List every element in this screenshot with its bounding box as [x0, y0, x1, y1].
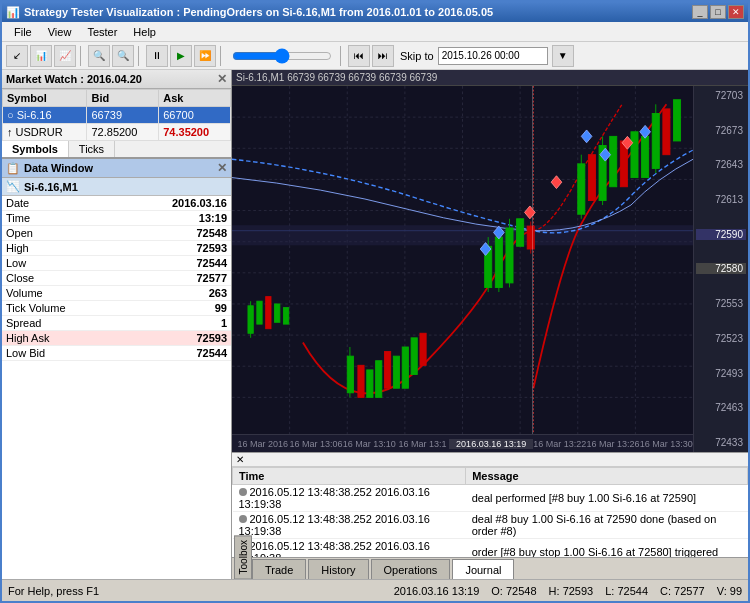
bid-1: 66739 — [87, 107, 159, 124]
svg-rect-35 — [411, 338, 417, 375]
menu-bar: File View Tester Help — [2, 22, 748, 42]
svg-rect-55 — [642, 136, 649, 177]
log-message: deal #8 buy 1.00 Si-6.16 at 72590 done (… — [466, 512, 748, 539]
market-watch-row-1[interactable]: ○ Si-6.16 66739 66700 — [3, 107, 231, 124]
tab-operations[interactable]: Operations — [371, 559, 451, 579]
skip-go-button[interactable]: ▼ — [552, 45, 574, 67]
data-window-title: Data Window — [24, 162, 93, 174]
toolbar-btn-3[interactable]: 📈 — [54, 45, 76, 67]
market-watch-row-2[interactable]: ↑ USDRUR 72.85200 74.35200 — [3, 124, 231, 141]
svg-rect-23 — [257, 301, 262, 324]
left-panel: Market Watch : 2016.04.20 ✕ Symbol Bid A… — [2, 70, 232, 579]
title-bar-text: 📊 Strategy Tester Visualization : Pendin… — [6, 6, 493, 19]
middle-section: Market Watch : 2016.04.20 ✕ Symbol Bid A… — [2, 70, 748, 579]
svg-rect-24 — [266, 297, 271, 329]
chart-svg — [232, 86, 693, 434]
time-2: 16 Mar 13:06 — [289, 439, 342, 449]
toolbar-btn-1[interactable]: ↙ — [6, 45, 28, 67]
toolbox-label[interactable]: Toolbox — [234, 535, 252, 579]
field-label: Date — [2, 196, 120, 211]
price-72433: 72433 — [696, 437, 746, 448]
fast-forward-button[interactable]: ⏩ — [194, 45, 216, 67]
pause-button[interactable]: ⏸ — [146, 45, 168, 67]
app-icon: 📊 — [6, 6, 20, 19]
data-window-subtitle: 📉 Si-6.16,M1 — [2, 178, 231, 196]
chart-header: Si-6.16,M1 66739 66739 66739 66739 66739 — [232, 70, 748, 86]
tab-journal[interactable]: Journal — [452, 559, 514, 579]
time-3: 16 Mar 13:10 — [343, 439, 396, 449]
maximize-button[interactable]: □ — [710, 5, 726, 19]
col-message: Message — [466, 468, 748, 485]
status-right: 2016.03.16 13:19 O: 72548 H: 72593 L: 72… — [394, 585, 742, 597]
prev-button[interactable]: ⏮ — [348, 45, 370, 67]
tab-ticks[interactable]: Ticks — [69, 141, 115, 157]
field-value: 263 — [120, 286, 231, 301]
status-help: For Help, press F1 — [8, 585, 99, 597]
data-window-row: Date2016.03.16 — [2, 196, 231, 211]
close-button[interactable]: ✕ — [728, 5, 744, 19]
time-6: 16 Mar 13:22 — [533, 439, 586, 449]
field-value: 72544 — [120, 346, 231, 361]
col-symbol: Symbol — [3, 90, 87, 107]
log-area: ✕ Time Message 2016.05.12 13:48:38.252 2… — [232, 452, 748, 557]
log-table-header: Time Message — [233, 468, 748, 485]
toolbar-btn-2[interactable]: 📊 — [30, 45, 52, 67]
log-tabs: Toolbox Trade History Operations Journal — [232, 557, 748, 579]
col-time: Time — [233, 468, 466, 485]
tab-history[interactable]: History — [308, 559, 368, 579]
symbol-2: ↑ USDRUR — [3, 124, 87, 141]
toolbar-separator-2 — [138, 46, 142, 66]
price-72553: 72553 — [696, 298, 746, 309]
status-date: 2016.03.16 13:19 — [394, 585, 480, 597]
data-window-row: Tick Volume99 — [2, 301, 231, 316]
menu-view[interactable]: View — [40, 24, 80, 40]
field-value: 1 — [120, 316, 231, 331]
svg-rect-29 — [358, 365, 364, 397]
log-time1: 2016.05.12 13:48:38.252 2016.03.16 13:19… — [233, 512, 466, 539]
tab-symbols[interactable]: Symbols — [2, 141, 69, 157]
svg-rect-52 — [610, 136, 617, 186]
zoom-in-button[interactable]: 🔍 — [88, 45, 110, 67]
price-72643: 72643 — [696, 159, 746, 170]
log-message: deal performed [#8 buy 1.00 Si-6.16 at 7… — [466, 485, 748, 512]
field-label: Low — [2, 256, 120, 271]
time-4: 16 Mar 13:1 — [396, 439, 449, 449]
menu-help[interactable]: Help — [125, 24, 164, 40]
log-table-body: 2016.05.12 13:48:38.252 2016.03.16 13:19… — [233, 485, 748, 566]
chart-area[interactable]: Si-6.16,M1 66739 66739 66739 66739 66739 — [232, 70, 748, 452]
svg-rect-54 — [631, 132, 638, 178]
svg-rect-43 — [517, 219, 524, 246]
data-window-symbol: Si-6.16,M1 — [24, 181, 78, 193]
play-button[interactable]: ▶ — [170, 45, 192, 67]
log-dot — [239, 515, 247, 523]
time-5: 2016.03.16 13:19 — [449, 439, 533, 449]
data-window-row: Open72548 — [2, 226, 231, 241]
data-window-close[interactable]: ✕ — [217, 161, 227, 175]
field-value: 72593 — [120, 241, 231, 256]
field-value: 72577 — [120, 271, 231, 286]
zoom-out-button[interactable]: 🔍 — [112, 45, 134, 67]
svg-rect-59 — [673, 100, 680, 141]
toolbar-separator-4 — [340, 46, 344, 66]
status-bar: For Help, press F1 2016.03.16 13:19 O: 7… — [2, 579, 748, 601]
toolbar-separator-3 — [220, 46, 224, 66]
svg-rect-25 — [275, 304, 280, 322]
col-ask: Ask — [159, 90, 231, 107]
next-button[interactable]: ⏭ — [372, 45, 394, 67]
time-7: 16 Mar 13:26 — [586, 439, 639, 449]
speed-slider[interactable] — [232, 49, 332, 63]
menu-file[interactable]: File — [6, 24, 40, 40]
toolbar: ↙ 📊 📈 🔍 🔍 ⏸ ▶ ⏩ ⏮ ⏭ Skip to ▼ — [2, 42, 748, 70]
log-row: 2016.05.12 13:48:38.252 2016.03.16 13:19… — [233, 485, 748, 512]
minimize-button[interactable]: _ — [692, 5, 708, 19]
status-volume: V: 99 — [717, 585, 742, 597]
tab-trade[interactable]: Trade — [252, 559, 306, 579]
price-72493: 72493 — [696, 368, 746, 379]
data-window: 📋 Data Window ✕ 📉 Si-6.16,M1 Date2016.03… — [2, 159, 231, 579]
svg-rect-36 — [420, 333, 426, 365]
log-close-button[interactable]: ✕ — [236, 454, 244, 465]
market-watch-close[interactable]: ✕ — [217, 72, 227, 86]
menu-tester[interactable]: Tester — [79, 24, 125, 40]
field-label: Spread — [2, 316, 120, 331]
skip-date-input[interactable] — [438, 47, 548, 65]
